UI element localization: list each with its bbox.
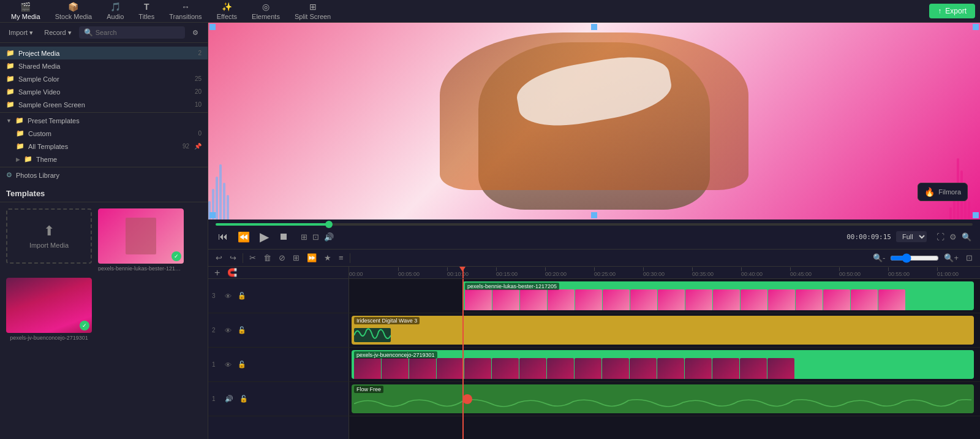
step-back-button[interactable]: ⏪ <box>235 230 252 244</box>
tl-speed-button[interactable]: ⏩ <box>304 252 319 264</box>
nav-split-screen[interactable]: ⊞ Split Screen <box>288 0 337 23</box>
current-time: 00:00:09:15 <box>846 233 891 241</box>
nav-my-media-label: My Media <box>11 13 40 20</box>
track3-eye-button[interactable]: 👁 <box>223 292 233 300</box>
handle-bl[interactable] <box>209 212 216 218</box>
skip-back-button[interactable]: ⏮ <box>216 230 230 243</box>
preview-panel: 🔥 Filmora ⏮ ⏪ ▶ ⏹ ⊞ ⊡ <box>208 23 980 249</box>
tl-undo-button[interactable]: ↩ <box>213 252 225 264</box>
search-input[interactable] <box>96 29 180 36</box>
track-clip-3[interactable]: pexels-bennie-lukas-bester-1217205 <box>462 281 974 310</box>
scrubber-thumb[interactable] <box>325 221 333 228</box>
settings-button[interactable]: ⚙ <box>948 231 958 243</box>
play-button[interactable]: ▶ <box>257 228 271 245</box>
tl-zoom-slider[interactable] <box>890 253 939 263</box>
sidebar-item-all-templates[interactable]: 📁 All Templates 92 📌 <box>0 140 208 153</box>
photos-icon: ⚙ <box>6 171 12 179</box>
sidebar-count-sample-video: 20 <box>195 88 202 95</box>
timeline-body: + 🧲 3 👁 🔓 2 👁 🔓 <box>208 267 980 439</box>
sidebar-item-shared-media[interactable]: 📁 Shared Media <box>0 59 208 72</box>
handle-br[interactable] <box>973 212 979 218</box>
tl-zoom-in-button[interactable]: 🔍+ <box>941 252 961 264</box>
folder-icon-green: 📁 <box>6 101 15 109</box>
tl-crop-button[interactable]: ⊞ <box>290 252 302 264</box>
stop-button[interactable]: ⏹ <box>276 230 291 243</box>
filter-button[interactable]: ⚙ <box>189 27 202 39</box>
media-item-video1[interactable]: ✓ pexels-bennie-lukas-bester-1217205 <box>98 208 184 272</box>
sidebar-item-photos-library[interactable]: ⚙ Photos Library <box>0 169 208 181</box>
playhead-ruler <box>462 267 464 278</box>
timeline-section: ↩ ↪ ✂ 🗑 ⊘ ⊞ ⏩ ★ ≡ 🔍- 🔍+ ⊡ <box>208 249 980 439</box>
templates-header: Templates <box>0 185 208 202</box>
zoom-fit-button[interactable]: ⊡ <box>311 231 320 243</box>
track1m-speaker-button[interactable]: 🔊 <box>223 394 235 403</box>
track1m-lock-button[interactable]: 🔓 <box>238 394 250 403</box>
track1v-eye-button[interactable]: 👁 <box>223 361 233 369</box>
tl-ai-button[interactable]: ★ <box>322 252 334 264</box>
nav-stock-media[interactable]: 📦 Stock Media <box>49 0 99 23</box>
tracks-scroll-area[interactable]: pexels-bennie-lukas-bester-1217205 <box>349 279 980 439</box>
track3-lock-button[interactable]: 🔓 <box>236 291 248 300</box>
tl-more-button[interactable]: ≡ <box>336 252 346 264</box>
nav-titles-label: Titles <box>138 13 154 20</box>
timeline-ruler[interactable]: 00:00 00:05:00 00:10:00 <box>349 267 980 279</box>
import-button[interactable]: Import ▾ <box>5 27 37 39</box>
track2-eye-button[interactable]: 👁 <box>223 326 233 335</box>
main-layout: Import ▾ Record ▾ 🔍 ⚙ ⊟ 📁 Project Media … <box>0 23 980 439</box>
tl-redo-button[interactable]: ↪ <box>227 252 239 264</box>
selected-badge-video2: ✓ <box>80 321 89 330</box>
split-screen-icon: ⊞ <box>309 2 317 12</box>
elements-icon: ◎ <box>262 2 270 12</box>
nav-stock-media-label: Stock Media <box>55 13 92 20</box>
media-thumb-video1: ✓ <box>98 208 184 264</box>
record-button[interactable]: Record ▾ <box>40 27 75 39</box>
sidebar-item-preset-templates[interactable]: ▼ 📁 Preset Templates <box>0 114 208 127</box>
sidebar-item-custom[interactable]: 📁 Custom 0 <box>0 127 208 140</box>
track-clip-2[interactable]: Iridescent Digital Wave 3 <box>352 316 974 345</box>
nav-elements[interactable]: ◎ Elements <box>246 0 286 23</box>
track2-lock-button[interactable]: 🔓 <box>236 326 248 335</box>
track-clip-1m[interactable]: Flow Free <box>352 384 974 413</box>
track1v-lock-button[interactable]: 🔓 <box>236 360 248 369</box>
handle-tl[interactable] <box>209 24 216 30</box>
tl-fit-button[interactable]: ⊡ <box>963 252 975 264</box>
import-media-label: Import Media <box>29 242 69 249</box>
sidebar-item-project-media[interactable]: 📁 Project Media 2 <box>0 47 208 59</box>
media-item-video2[interactable]: ✓ pexels-jv-buenconcejo-2719301 <box>6 278 92 341</box>
import-media-placeholder[interactable]: ⬆ Import Media <box>6 208 92 264</box>
add-track-button[interactable]: + <box>212 267 222 280</box>
tl-split-button[interactable]: ⊘ <box>276 252 288 264</box>
audio-waveform-mini <box>354 328 391 342</box>
nav-audio[interactable]: 🎵 Audio <box>100 0 130 23</box>
titles-icon: T <box>144 2 149 12</box>
handle-bm[interactable] <box>591 212 597 218</box>
handle-tr[interactable] <box>973 24 979 30</box>
tl-zoom-out-button[interactable]: 🔍- <box>870 252 888 264</box>
snap-button[interactable]: ⊞ <box>300 231 309 243</box>
nav-transitions[interactable]: ↔ Transitions <box>163 0 208 23</box>
music-waveform <box>354 397 971 411</box>
track-clip-1v[interactable]: pexels-jv-buenconcejo-2719301 <box>352 350 974 379</box>
tl-cut-button[interactable]: ✂ <box>247 252 258 264</box>
volume-button[interactable]: 🔊 <box>323 231 335 243</box>
nav-my-media[interactable]: 🎬 My Media <box>5 0 47 23</box>
zoom-out-button[interactable]: 🔍 <box>960 231 973 243</box>
sidebar-item-sample-green-screen[interactable]: 📁 Sample Green Screen 10 <box>0 98 208 111</box>
export-button[interactable]: ↑ Export <box>929 4 975 18</box>
quality-select[interactable]: Full <box>896 231 927 242</box>
tl-delete-button[interactable]: 🗑 <box>261 252 274 264</box>
flamora-watermark: 🔥 Filmora <box>918 183 968 201</box>
magnet-button[interactable]: 🧲 <box>225 267 239 278</box>
preview-visual <box>208 23 980 220</box>
sidebar-item-sample-video[interactable]: 📁 Sample Video 20 <box>0 85 208 98</box>
nav-titles[interactable]: T Titles <box>132 0 160 23</box>
sidebar-item-sample-color[interactable]: 📁 Sample Color 25 <box>0 72 208 85</box>
flamora-label: Filmora <box>938 188 961 196</box>
scrubber-bar[interactable] <box>216 223 973 226</box>
handle-tm[interactable] <box>591 24 597 30</box>
nav-effects[interactable]: ✨ Effects <box>211 0 243 23</box>
fullscreen-button[interactable]: ⛶ <box>935 231 946 243</box>
record-chevron-icon: ▾ <box>68 29 72 37</box>
sidebar-item-theme[interactable]: ▶ 📁 Theme <box>0 153 208 166</box>
tl-separator-2 <box>350 253 350 263</box>
